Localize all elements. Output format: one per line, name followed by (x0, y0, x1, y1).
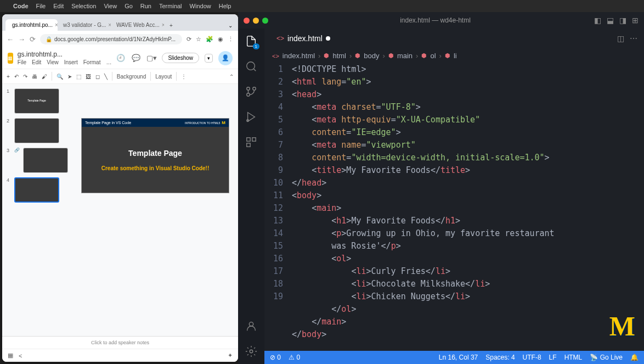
search-icon[interactable] (244, 59, 258, 74)
update-icon[interactable]: ⟳ (187, 36, 191, 43)
background-button[interactable]: Background (117, 74, 146, 80)
source-control-icon[interactable] (244, 85, 258, 99)
docs-menu-file[interactable]: File (18, 59, 26, 65)
url-input[interactable]: 🔒 docs.google.com/presentation/d/1NrZAdy… (40, 34, 182, 44)
menu-icon[interactable]: ⋮ (228, 36, 234, 43)
breadcrumbs[interactable]: <> index.html › ⬢ html › ⬢ body › ⬢ main… (264, 48, 644, 63)
layout-right-icon[interactable]: ◨ (619, 16, 626, 25)
new-slide-button[interactable]: + (7, 74, 10, 80)
explorer-icon[interactable]: 1 (244, 34, 258, 48)
extensions-icon[interactable] (244, 135, 258, 149)
more-actions-icon[interactable]: ⋯ (630, 34, 637, 43)
more-toolbar-icon[interactable]: ⋮ (181, 74, 187, 80)
cursor-position[interactable]: Ln 16, Col 37 (439, 354, 478, 361)
zoom-icon[interactable]: 🔍 (57, 74, 63, 80)
new-tab-button[interactable]: + (165, 20, 177, 31)
browser-tab-2[interactable]: WAVE Web Acc... × (112, 19, 164, 31)
account-icon[interactable] (244, 319, 258, 333)
code-content[interactable]: <!DOCTYPE html><html lang="en"><head> <m… (292, 63, 600, 351)
layout-bottom-icon[interactable]: ⬓ (607, 16, 614, 25)
debug-icon[interactable] (244, 110, 258, 124)
tabs-overflow-icon[interactable]: ⌄ (226, 20, 235, 31)
menu-help[interactable]: Help (219, 3, 231, 9)
browser-url-bar: ← → ⟳ 🔒 docs.google.com/presentation/d/1… (2, 31, 238, 47)
line-icon[interactable]: ╲ (104, 74, 108, 80)
history-icon[interactable]: 🕘 (116, 53, 126, 63)
share-button[interactable]: 👤 (218, 51, 233, 65)
docs-menu-insert[interactable]: Insert (64, 59, 78, 65)
document-title[interactable]: gs.introhtml.p... (18, 51, 112, 58)
unsaved-dot-icon (326, 36, 330, 41)
shape-icon[interactable]: ◻ (95, 74, 100, 80)
grid-view-icon[interactable]: ▦ (8, 352, 13, 359)
close-icon[interactable]: × (162, 22, 164, 28)
slide-thumb-3[interactable]: 3 🔗 (7, 148, 68, 173)
editor-tab-index[interactable]: <> index.html (271, 31, 336, 46)
docs-menu-edit[interactable]: Edit (32, 59, 41, 65)
layout-button[interactable]: Layout (155, 74, 172, 80)
menu-file[interactable]: File (36, 3, 46, 9)
profile-icon[interactable]: ◉ (218, 36, 223, 43)
forward-icon[interactable]: → (18, 35, 25, 43)
go-live-button[interactable]: 📡 Go Live (590, 354, 623, 361)
close-icon[interactable]: × (108, 22, 111, 28)
slideshow-dropdown[interactable]: ▾ (205, 54, 213, 63)
extensions-icon[interactable]: 🧩 (206, 36, 213, 43)
code-editor[interactable]: 12345678910111213141516171819 <!DOCTYPE … (264, 63, 644, 351)
print-icon[interactable]: 🖶 (32, 74, 37, 80)
slide-thumb-4[interactable]: 4 (7, 177, 68, 203)
layout-grid-icon[interactable]: ⊞ (632, 16, 639, 25)
slides-logo-icon[interactable]: ▦ (8, 53, 13, 64)
current-slide[interactable]: Template Page in VS Code INTRODUCTION TO… (81, 118, 229, 193)
collapse-toolbar-icon[interactable]: ⌃ (229, 74, 234, 80)
browser-tab-1[interactable]: w3 validator - G... × (59, 19, 111, 31)
slide-subheading[interactable]: Create something in Visual Studio Code!! (101, 165, 210, 171)
undo-icon[interactable]: ↶ (14, 74, 19, 80)
notifications-icon[interactable]: 🔔 (630, 354, 639, 361)
language-mode[interactable]: HTML (564, 354, 583, 361)
browser-tab-0[interactable]: gs.introhtml.po... × (5, 19, 58, 31)
explore-icon[interactable]: < (19, 352, 22, 359)
menu-terminal[interactable]: Terminal (159, 3, 182, 9)
menu-run[interactable]: Run (140, 3, 151, 9)
textbox-icon[interactable]: ⬚ (76, 74, 81, 80)
encoding[interactable]: UTF-8 (523, 354, 541, 361)
back-icon[interactable]: ← (7, 35, 14, 43)
image-icon[interactable]: 🖼 (86, 74, 91, 80)
speaker-notes[interactable]: Click to add speaker notes (2, 336, 238, 349)
close-icon[interactable]: × (55, 22, 58, 28)
slide-heading[interactable]: Template Page (128, 149, 182, 158)
layout-left-icon[interactable]: ◧ (594, 16, 601, 25)
indent-spaces[interactable]: Spaces: 4 (485, 354, 515, 361)
menu-view[interactable]: View (104, 3, 117, 9)
close-window-icon[interactable] (244, 18, 250, 24)
comments-icon[interactable]: 💬 (131, 53, 141, 63)
explore-button[interactable]: ✦ (228, 352, 233, 359)
errors-count[interactable]: ⊘ 0 (270, 354, 281, 361)
warnings-count[interactable]: ⚠ 0 (289, 354, 300, 361)
slide-thumb-2[interactable]: 2 (7, 118, 68, 143)
app-name[interactable]: Code (13, 3, 29, 9)
settings-icon[interactable] (244, 344, 258, 359)
docs-menu-more[interactable]: … (106, 59, 111, 65)
minimize-window-icon[interactable] (253, 18, 259, 24)
menu-go[interactable]: Go (125, 3, 133, 9)
docs-menu-format[interactable]: Format (83, 59, 101, 65)
meet-icon[interactable]: ▢▾ (146, 53, 156, 63)
reload-icon[interactable]: ⟳ (30, 35, 36, 43)
slideshow-button[interactable]: Slideshow (162, 53, 199, 63)
slide-thumb-1[interactable]: 1 Template Page (7, 88, 68, 114)
star-icon[interactable]: ☆ (196, 36, 201, 43)
menu-edit[interactable]: Edit (53, 3, 64, 9)
slide-canvas[interactable]: Template Page in VS Code INTRODUCTION TO… (72, 84, 238, 336)
cursor-icon[interactable]: ➤ (67, 74, 72, 80)
menu-selection[interactable]: Selection (71, 3, 96, 9)
docs-menu-view[interactable]: View (47, 59, 59, 65)
minimap[interactable] (600, 63, 644, 351)
split-editor-icon[interactable]: ◫ (617, 34, 624, 43)
eol[interactable]: LF (549, 354, 557, 361)
redo-icon[interactable]: ↷ (23, 74, 27, 80)
maximize-window-icon[interactable] (262, 18, 268, 24)
paint-format-icon[interactable]: 🖌 (42, 74, 47, 80)
menu-window[interactable]: Window (190, 3, 211, 9)
